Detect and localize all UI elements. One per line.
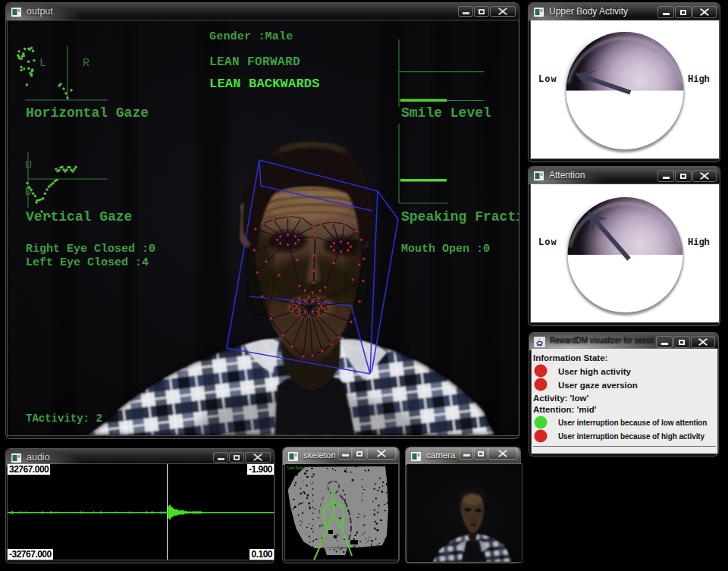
svg-text:Smile Level: Smile Level xyxy=(401,105,491,121)
svg-text:LEAN BACKWARDS: LEAN BACKWARDS xyxy=(209,77,320,91)
svg-text:User high activity: User high activity xyxy=(558,367,631,376)
svg-text:Activity: 'low': Activity: 'low' xyxy=(533,394,588,403)
svg-text:Gender :Male: Gender :Male xyxy=(209,30,293,43)
svg-text:User interruption because of h: User interruption because of high activi… xyxy=(558,432,705,441)
svg-text:User Detected: User Detected xyxy=(287,466,309,470)
svg-text:L: L xyxy=(39,57,46,70)
svg-text:Horizontal Gaze: Horizontal Gaze xyxy=(26,105,149,121)
svg-text:Speaking Fracti: Speaking Fracti xyxy=(401,209,519,224)
svg-text:Mouth Open :0: Mouth Open :0 xyxy=(401,243,490,256)
svg-text:Information State:: Information State: xyxy=(533,353,607,362)
svg-text:Attention: 'mid': Attention: 'mid' xyxy=(533,405,597,414)
svg-text:TActivity: 2: TActivity: 2 xyxy=(26,413,102,425)
svg-text:User interruption because of l: User interruption because of low attenti… xyxy=(558,419,707,427)
svg-text:R: R xyxy=(83,57,89,70)
svg-text:Low: Low xyxy=(538,74,557,85)
svg-text:High: High xyxy=(688,237,710,248)
svg-text:Right Eye Closed :0: Right Eye Closed :0 xyxy=(26,243,155,256)
svg-text:Low: Low xyxy=(538,237,557,248)
svg-text:LEAN FORWARD: LEAN FORWARD xyxy=(209,55,300,69)
svg-text:High: High xyxy=(688,74,710,85)
svg-text:User gaze aversion: User gaze aversion xyxy=(558,381,638,390)
svg-text:Vertical Gaze: Vertical Gaze xyxy=(26,209,132,224)
svg-text:Left Eye Closed :4: Left Eye Closed :4 xyxy=(26,256,149,269)
svg-text:U: U xyxy=(25,159,32,172)
